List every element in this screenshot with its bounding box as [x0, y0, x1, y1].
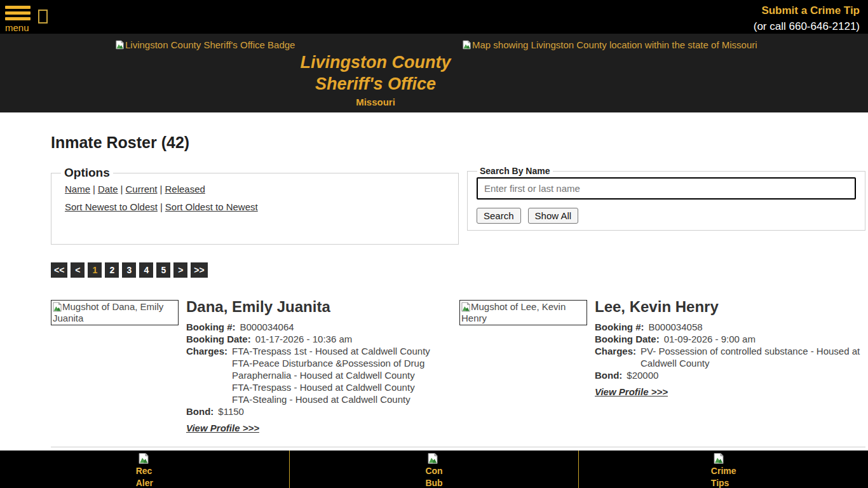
booking-number-label: Booking #:: [186, 321, 236, 333]
filter-link-date[interactable]: Date: [98, 184, 118, 194]
bond-label: Bond:: [595, 369, 622, 381]
broken-image-icon: [463, 40, 471, 50]
charges-list: PV- Possession of controlled substance -…: [641, 345, 868, 369]
broken-image-icon: [116, 40, 124, 50]
broken-image-icon: [428, 452, 438, 464]
page-title: Inmate Roster (42): [51, 133, 865, 152]
site-title-line2: Sheriff's Office: [254, 73, 497, 95]
footer-column: Con Bub: [289, 451, 579, 488]
charge-item: FTA-Trespass 1st - Housed at Caldwell Co…: [232, 345, 451, 357]
charge-item: PV- Possession of controlled substance -…: [641, 345, 868, 369]
inmate-name: Lee, Kevin Henry: [595, 298, 868, 316]
separator: |: [160, 184, 163, 194]
map-alt-text: Map showing Livingston County location w…: [472, 39, 757, 50]
broken-image-icon: [139, 452, 149, 464]
broken-image-icon: [53, 302, 62, 312]
inmate-card: Mugshot of Lee, Kevin Henry Lee, Kevin H…: [459, 300, 868, 434]
charge-item: FTA-Trespass - Housed at Caldwell County: [232, 381, 451, 393]
pagination-prev-button[interactable]: <: [71, 262, 85, 278]
crime-tip-block: Submit a Crime Tip (or call 660-646-2121…: [754, 4, 860, 33]
pagination-first-button[interactable]: <<: [51, 262, 67, 278]
booking-number-label: Booking #:: [595, 321, 644, 333]
charge-item: FTA-Stealing - Housed at Caldwell County: [232, 393, 451, 405]
filter-link-released[interactable]: Released: [165, 184, 205, 194]
filter-links-row: Name|Date|Current|Released: [65, 184, 458, 194]
filter-link-current[interactable]: Current: [126, 184, 158, 194]
footer-column: Rec Aler: [0, 451, 289, 488]
mugshot-alt-text: Mugshot of Dana, Emily Juanita: [53, 301, 163, 323]
broken-image-icon: [461, 302, 470, 312]
charge-item: FTA-Peace Disturbance &Possession of Dru…: [232, 357, 451, 381]
pagination-page-1[interactable]: 1: [88, 262, 102, 278]
separator: |: [93, 184, 95, 194]
site-title-line1: Livingston County: [254, 51, 497, 73]
footer-link-community-bulletin[interactable]: Con Bub: [425, 452, 442, 488]
missing-glyph-box: [38, 10, 48, 24]
charges-label: Charges:: [595, 345, 636, 369]
inmate-card: Mugshot of Dana, Emily Juanita Dana, Emi…: [51, 300, 459, 434]
separator: |: [160, 201, 163, 212]
site-title: Livingston County Sheriff's Office Misso…: [254, 51, 497, 107]
footer-column: Crime Tips: [578, 451, 868, 488]
mugshot-image[interactable]: Mugshot of Lee, Kevin Henry: [459, 300, 587, 325]
options-panel: Options Name|Date|Current|Released Sort …: [51, 166, 459, 245]
search-legend: Search By Name: [477, 166, 553, 176]
charges-list: FTA-Trespass 1st - Housed at Caldwell Co…: [232, 345, 451, 405]
filter-link-name[interactable]: Name: [65, 184, 90, 194]
search-panel: Search By Name Search Show All: [467, 166, 865, 231]
content-divider: [51, 447, 865, 447]
pagination-page-3[interactable]: 3: [122, 262, 136, 278]
pagination-next-button[interactable]: >: [173, 262, 187, 278]
search-button[interactable]: Search: [477, 208, 521, 224]
menu-label: menu: [5, 23, 31, 32]
search-input[interactable]: [477, 177, 856, 200]
options-legend: Options: [61, 166, 113, 180]
booking-date-label: Booking Date:: [595, 333, 660, 345]
top-bar: menu Submit a Crime Tip (or call 660-646…: [0, 0, 868, 34]
charges-label: Charges:: [186, 345, 227, 405]
site-footer: Rec Aler Con Bub Crime Tips: [0, 451, 868, 488]
booking-number-value: B000034064: [240, 321, 294, 333]
booking-date-value: 01-09-2026 - 9:00 am: [664, 333, 756, 345]
mugshot-alt-text: Mugshot of Lee, Kevin Henry: [461, 301, 566, 323]
pagination-page-5[interactable]: 5: [156, 262, 170, 278]
pagination: << < 1 2 3 4 5 > >>: [51, 262, 865, 278]
crime-tip-phone: (or call 660-646-2121): [754, 20, 860, 33]
pagination-page-2[interactable]: 2: [105, 262, 119, 278]
broken-image-icon: [714, 452, 724, 464]
site-subtitle: Missouri: [254, 97, 497, 107]
booking-number-value: B000034058: [649, 321, 703, 333]
pagination-last-button[interactable]: >>: [191, 262, 207, 278]
sort-links-row: Sort Newest to Oldest|Sort Oldest to New…: [65, 201, 458, 212]
footer-link-receive-alerts[interactable]: Rec Aler: [136, 452, 153, 488]
show-all-button[interactable]: Show All: [528, 208, 579, 224]
site-header: Livingston County Sheriff's Office Badge…: [0, 34, 868, 112]
county-map-image: Map showing Livingston County location w…: [463, 39, 757, 50]
submit-crime-tip-link[interactable]: Submit a Crime Tip: [754, 4, 860, 17]
separator: |: [121, 184, 123, 194]
booking-date-label: Booking Date:: [186, 333, 251, 345]
inmate-name: Dana, Emily Juanita: [186, 298, 459, 316]
main-content: Inmate Roster (42) Options Name|Date|Cur…: [0, 133, 868, 447]
booking-date-value: 01-17-2026 - 10:36 am: [255, 333, 353, 345]
inmate-list: Mugshot of Dana, Emily Juanita Dana, Emi…: [51, 300, 865, 434]
mugshot-image[interactable]: Mugshot of Dana, Emily Juanita: [51, 300, 179, 325]
menu-button[interactable]: menu: [5, 6, 31, 32]
bond-value: $20000: [627, 369, 658, 381]
bond-label: Bond:: [186, 405, 214, 417]
bond-value: $1150: [218, 405, 244, 417]
badge-alt-text: Livingston County Sheriff's Office Badge: [125, 39, 295, 50]
sort-newest-to-oldest-link[interactable]: Sort Newest to Oldest: [65, 201, 158, 212]
sheriff-badge-image: Livingston County Sheriff's Office Badge: [116, 39, 295, 50]
sort-oldest-to-newest-link[interactable]: Sort Oldest to Newest: [165, 201, 258, 212]
footer-link-crime-tips[interactable]: Crime Tips: [711, 452, 736, 488]
hamburger-icon: [5, 6, 31, 9]
view-profile-link[interactable]: View Profile >>>: [186, 423, 259, 433]
view-profile-link[interactable]: View Profile >>>: [595, 386, 668, 397]
pagination-page-4[interactable]: 4: [139, 262, 153, 278]
